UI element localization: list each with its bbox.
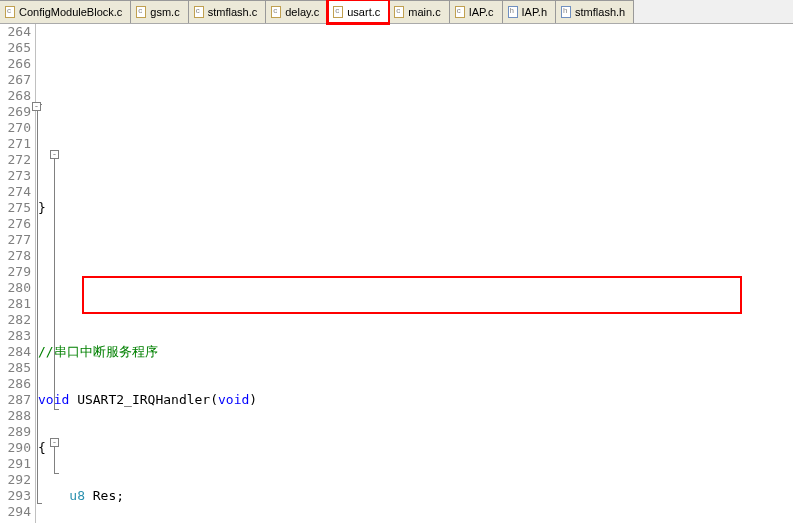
c-file-icon (270, 6, 282, 18)
tab-label: main.c (408, 6, 440, 18)
line-number: 264 (0, 24, 31, 40)
line-number: 268 (0, 88, 31, 104)
tab-stmflash-h[interactable]: stmflash.h (556, 0, 634, 23)
c-file-icon (332, 6, 344, 18)
line-number: 290 (0, 440, 31, 456)
tab-label: stmflash.h (575, 6, 625, 18)
tab-label: IAP.c (469, 6, 494, 18)
code-line: } (38, 200, 793, 216)
c-file-icon (193, 6, 205, 18)
tab-IAP-c[interactable]: IAP.c (450, 0, 503, 23)
tab-label: stmflash.c (208, 6, 258, 18)
line-number: 292 (0, 472, 31, 488)
line-number: 287 (0, 392, 31, 408)
tab-label: ConfigModuleBlock.c (19, 6, 122, 18)
line-number: 272 (0, 152, 31, 168)
line-number: 294 (0, 504, 31, 520)
tab-gsm-c[interactable]: gsm.c (131, 0, 188, 23)
line-number: 288 (0, 408, 31, 424)
line-number: 270 (0, 120, 31, 136)
line-number: 274 (0, 184, 31, 200)
line-number: 282 (0, 312, 31, 328)
line-number: 273 (0, 168, 31, 184)
line-number: 267 (0, 72, 31, 88)
line-number: 280 (0, 280, 31, 296)
line-number: 289 (0, 424, 31, 440)
line-number: 278 (0, 248, 31, 264)
line-number: 277 (0, 232, 31, 248)
fold-marker[interactable]: - (50, 438, 59, 447)
code-area[interactable]: - - - } //串口中断服务程序 void USART2_IRQHandle… (36, 24, 793, 523)
line-number: 293 (0, 488, 31, 504)
code-editor: 2642652662672682692702712722732742752762… (0, 24, 793, 523)
tab-stmflash-c[interactable]: stmflash.c (189, 0, 267, 23)
fold-marker[interactable]: - (32, 102, 41, 111)
line-number: 279 (0, 264, 31, 280)
tab-main-c[interactable]: main.c (389, 0, 449, 23)
line-number: 271 (0, 136, 31, 152)
fold-marker[interactable]: - (50, 150, 59, 159)
line-number: 281 (0, 296, 31, 312)
line-number: 276 (0, 216, 31, 232)
tab-bar: ConfigModuleBlock.cgsm.cstmflash.cdelay.… (0, 0, 793, 24)
line-number: 265 (0, 40, 31, 56)
tab-delay-c[interactable]: delay.c (266, 0, 328, 23)
line-number: 269 (0, 104, 31, 120)
tab-label: IAP.h (522, 6, 548, 18)
line-number: 291 (0, 456, 31, 472)
h-file-icon (507, 6, 519, 18)
line-number: 283 (0, 328, 31, 344)
tab-IAP-h[interactable]: IAP.h (503, 0, 557, 23)
line-number: 275 (0, 200, 31, 216)
line-gutter: 2642652662672682692702712722732742752762… (0, 24, 36, 523)
h-file-icon (560, 6, 572, 18)
line-number: 286 (0, 376, 31, 392)
tab-label: usart.c (347, 6, 380, 18)
c-file-icon (135, 6, 147, 18)
line-number: 266 (0, 56, 31, 72)
tab-usart-c[interactable]: usart.c (328, 0, 389, 23)
line-number: 285 (0, 360, 31, 376)
c-file-icon (4, 6, 16, 18)
line-number: 284 (0, 344, 31, 360)
c-file-icon (454, 6, 466, 18)
c-file-icon (393, 6, 405, 18)
tab-ConfigModuleBlock-c[interactable]: ConfigModuleBlock.c (0, 0, 131, 23)
tab-label: delay.c (285, 6, 319, 18)
tab-label: gsm.c (150, 6, 179, 18)
